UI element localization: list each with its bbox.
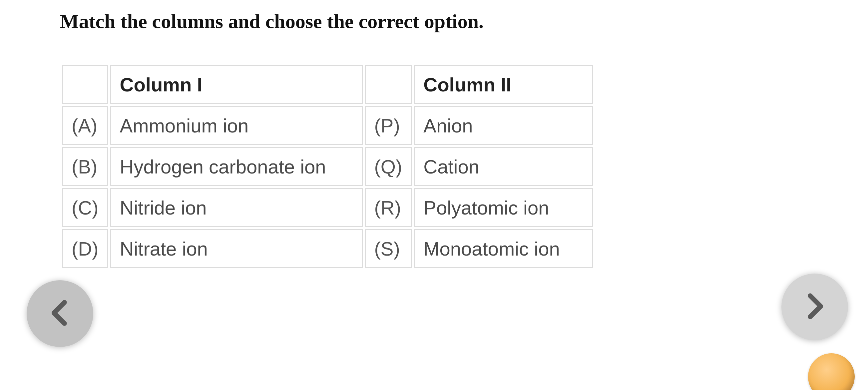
question-heading: Match the columns and choose the correct…: [60, 10, 808, 33]
decorative-dot: [808, 353, 855, 390]
row-0-col2: Anion: [414, 106, 593, 145]
row-0-label-2: (P): [365, 106, 412, 145]
row-1-col1: Hydrogen carbonate ion: [110, 147, 363, 186]
row-1-col2: Cation: [414, 147, 593, 186]
row-3-label-2: (S): [365, 229, 412, 268]
table-row: (D) Nitrate ion (S) Monoatomic ion: [62, 229, 593, 268]
table-row: (B) Hydrogen carbonate ion (Q) Cation: [62, 147, 593, 186]
table-row: (C) Nitride ion (R) Polyatomic ion: [62, 188, 593, 227]
row-0-col1: Ammonium ion: [110, 106, 363, 145]
next-button[interactable]: [781, 274, 848, 340]
row-3-label-1: (D): [62, 229, 108, 268]
row-2-label-1: (C): [62, 188, 108, 227]
match-columns-table: Column I Column II (A) Ammonium ion (P) …: [60, 63, 595, 270]
row-2-label-2: (R): [365, 188, 412, 227]
column-1-header: Column I: [110, 65, 363, 104]
chevron-left-icon: [45, 298, 75, 329]
row-1-label-1: (B): [62, 147, 108, 186]
row-2-col2: Polyatomic ion: [414, 188, 593, 227]
table-row: (A) Ammonium ion (P) Anion: [62, 106, 593, 145]
row-2-col1: Nitride ion: [110, 188, 363, 227]
question-page: Match the columns and choose the correct…: [0, 0, 868, 390]
header-blank-2: [365, 65, 412, 104]
row-1-label-2: (Q): [365, 147, 412, 186]
table-header-row: Column I Column II: [62, 65, 593, 104]
column-2-header: Column II: [414, 65, 593, 104]
chevron-right-icon: [800, 291, 830, 323]
row-0-label-1: (A): [62, 106, 108, 145]
header-blank-1: [62, 65, 108, 104]
previous-button[interactable]: [27, 280, 93, 347]
row-3-col1: Nitrate ion: [110, 229, 363, 268]
row-3-col2: Monoatomic ion: [414, 229, 593, 268]
